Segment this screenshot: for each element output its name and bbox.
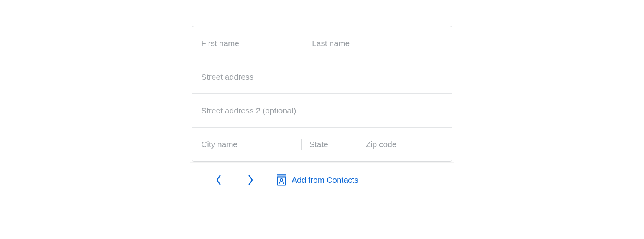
street-address-field[interactable] — [201, 60, 443, 93]
add-from-contacts-button[interactable]: Add from Contacts — [276, 174, 358, 186]
form-toolbar: Add from Contacts — [192, 163, 452, 188]
first-name-field[interactable] — [201, 26, 304, 60]
city-field[interactable] — [201, 128, 301, 161]
field-divider — [358, 139, 358, 150]
next-button[interactable] — [242, 172, 259, 188]
state-field[interactable] — [304, 128, 358, 161]
chevron-right-icon — [248, 175, 253, 185]
street2-row — [192, 94, 452, 128]
svg-point-3 — [280, 179, 283, 182]
street-address-2-field[interactable] — [201, 94, 443, 127]
last-name-field[interactable] — [307, 26, 443, 60]
previous-button[interactable] — [210, 172, 227, 188]
city-state-zip-row — [192, 128, 452, 161]
contacts-icon — [276, 174, 286, 186]
chevron-left-icon — [216, 175, 221, 185]
add-from-contacts-label: Add from Contacts — [292, 175, 358, 185]
toolbar-divider — [268, 174, 268, 186]
name-row — [192, 26, 452, 60]
street1-row — [192, 60, 452, 94]
zip-field[interactable] — [360, 128, 443, 161]
field-divider — [301, 139, 302, 150]
field-divider — [304, 38, 304, 49]
address-form-card — [192, 26, 452, 162]
